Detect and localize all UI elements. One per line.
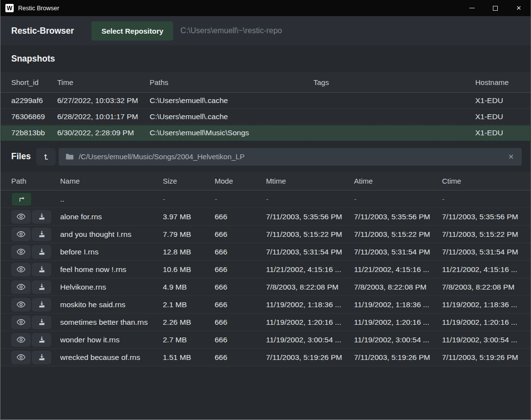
file-mtime: 11/19/2002, 1:18:36 ... [266, 300, 354, 309]
file-row: wrecked because of.rns 1.51 MB 666 7/11/… [0, 349, 531, 366]
close-button[interactable]: ✕ [507, 0, 531, 16]
select-repository-button[interactable]: Select Repository [91, 21, 173, 41]
file-mtime: 7/8/2003, 8:22:08 PM [266, 283, 354, 292]
file-ctime: - [442, 195, 520, 204]
file-mode: 666 [215, 283, 266, 292]
file-mtime: 7/11/2003, 5:31:54 PM [266, 248, 354, 256]
snapshot-short-id: 72b813bb [11, 128, 57, 137]
column-header-time: Time [57, 78, 150, 86]
download-file-button[interactable] [32, 210, 51, 224]
file-mode: 666 [215, 336, 266, 344]
file-size: 2.1 MB [163, 300, 215, 309]
file-mode: 666 [215, 318, 266, 327]
clear-path-button[interactable]: ✕ [507, 153, 515, 161]
download-file-button[interactable] [32, 228, 51, 241]
preview-file-button[interactable] [11, 298, 31, 312]
file-row: feel home now !.rns 10.6 MB 666 11/21/20… [0, 261, 531, 278]
file-atime: 7/11/2003, 5:35:56 PM [354, 212, 442, 221]
minimize-button[interactable] [460, 0, 484, 16]
eye-icon [17, 231, 25, 237]
eye-icon [17, 284, 25, 290]
file-row: Helvikone.rns 4.9 MB 666 7/8/2003, 8:22:… [0, 278, 531, 296]
file-ctime: 7/8/2003, 8:22:08 PM [442, 283, 520, 292]
file-size: 10.6 MB [163, 265, 215, 274]
column-header-tags: Tags [313, 78, 475, 86]
breadcrumb-path: /C/Users/emuell/Music/Songs/2004_Helveti… [79, 152, 244, 161]
go-up-directory-button[interactable] [11, 192, 32, 206]
file-mtime: 7/11/2003, 5:15:22 PM [266, 230, 354, 239]
download-file-button[interactable] [32, 280, 51, 294]
download-icon [38, 266, 45, 273]
file-ctime: 7/11/2003, 5:31:54 PM [442, 248, 520, 256]
preview-file-button[interactable] [11, 245, 31, 259]
snapshot-row[interactable]: a2299af6 6/27/2022, 10:03:32 PM C:\Users… [0, 93, 531, 109]
file-size: 2.26 MB [163, 318, 215, 327]
file-name: moskito he said.rns [60, 300, 163, 309]
file-size: 1.51 MB [163, 353, 215, 362]
column-header-short_id: Short_id [11, 78, 57, 86]
current-path-breadcrumb[interactable]: /C/Users/emuell/Music/Songs/2004_Helveti… [59, 148, 522, 166]
snapshots-title: Snapshots [11, 54, 55, 64]
maximize-icon [493, 6, 498, 11]
file-mode: - [215, 195, 266, 204]
file-name: wonder how it.rns [60, 336, 163, 344]
wails-logo-icon: W [5, 4, 14, 12]
eye-icon [17, 266, 25, 273]
preview-file-button[interactable] [11, 263, 31, 276]
file-atime: 11/19/2002, 1:20:16 ... [354, 318, 442, 327]
snapshot-hostname: X1-EDU [475, 128, 520, 137]
eye-icon [17, 354, 25, 360]
file-name: before I.rns [60, 248, 163, 256]
file-mode: 666 [215, 300, 266, 309]
file-ctime: 11/19/2002, 3:00:54 ... [442, 336, 520, 344]
file-atime: 7/8/2003, 8:22:08 PM [354, 283, 442, 292]
preview-file-button[interactable] [11, 210, 31, 224]
snapshot-row[interactable]: 76306869 6/28/2022, 10:01:17 PM C:\Users… [0, 109, 531, 125]
file-ctime: 11/19/2002, 1:18:36 ... [442, 300, 520, 309]
download-file-button[interactable] [32, 298, 51, 312]
maximize-button[interactable] [484, 0, 507, 16]
file-mode: 666 [215, 230, 266, 239]
column-header-paths: Paths [150, 78, 313, 86]
file-mode: 666 [215, 248, 266, 256]
download-file-button[interactable] [32, 315, 51, 329]
empty-area [0, 366, 531, 420]
preview-file-button[interactable] [11, 333, 31, 347]
preview-file-button[interactable] [11, 351, 31, 364]
file-ctime: 11/19/2002, 1:20:16 ... [442, 318, 520, 327]
download-file-button[interactable] [32, 245, 51, 259]
download-file-button[interactable] [32, 333, 51, 347]
column-header-mode: Mode [215, 177, 266, 185]
file-atime: 11/19/2002, 1:18:36 ... [354, 300, 442, 309]
level-up-icon [42, 152, 50, 161]
snapshot-hostname: X1-EDU [475, 112, 520, 121]
level-up-button[interactable] [36, 148, 56, 166]
column-header-atime: Atime [354, 177, 442, 185]
eye-icon [17, 319, 25, 325]
files-table-body: .. - - - - - alone for.rns 3.97 MB [0, 190, 531, 366]
file-atime: 11/21/2002, 4:15:16 ... [354, 265, 442, 274]
snapshot-paths: C:\Users\emuell\.cache [150, 112, 313, 121]
preview-file-button[interactable] [11, 315, 31, 329]
file-row: and you thought I.rns 7.79 MB 666 7/11/2… [0, 226, 531, 243]
minimize-icon [469, 8, 475, 8]
restic-browser-window: { "window": { "title": "Restic Browser",… [0, 0, 531, 420]
column-header-size: Size [163, 177, 215, 185]
column-header-path: Path [11, 177, 60, 185]
column-header-hostname: Hostname [475, 78, 520, 86]
download-file-button[interactable] [32, 263, 51, 276]
snapshot-time: 6/28/2022, 10:01:17 PM [57, 112, 150, 121]
preview-file-button[interactable] [11, 280, 31, 294]
window-title: Restic Browser [18, 5, 59, 12]
file-atime: - [354, 195, 442, 204]
snapshots-section-title: Snapshots [0, 45, 531, 72]
file-mtime: 11/21/2002, 4:15:16 ... [266, 265, 354, 274]
download-file-button[interactable] [32, 351, 51, 364]
file-name: .. [60, 195, 163, 204]
eye-icon [17, 249, 25, 255]
file-row: moskito he said.rns 2.1 MB 666 11/19/200… [0, 296, 531, 314]
preview-file-button[interactable] [11, 228, 31, 241]
snapshot-row[interactable]: 72b813bb 6/30/2022, 2:28:09 PM C:\Users\… [0, 125, 531, 141]
column-header-ctime: Ctime [442, 177, 520, 185]
column-header-name: Name [60, 177, 163, 185]
